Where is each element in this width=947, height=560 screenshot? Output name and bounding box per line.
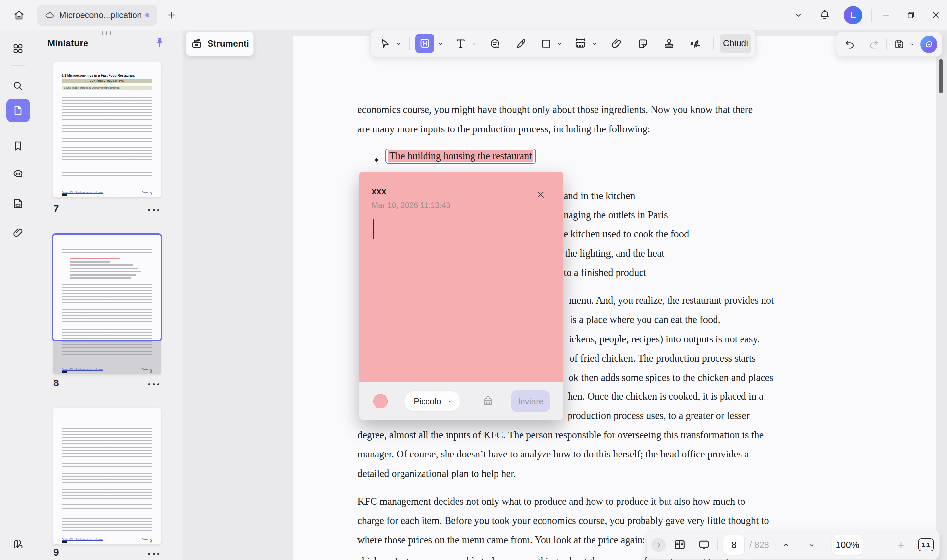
actual-size-button[interactable]: 1:1: [918, 538, 933, 551]
sidebar-item-thumbnails[interactable]: [6, 98, 30, 122]
thumbnail-menu-9[interactable]: [148, 553, 160, 555]
shape-tool-dropdown[interactable]: [555, 30, 565, 57]
thumbnail-page-7[interactable]: 1.1 Microeconomics in a Fast-Food Restau…: [53, 62, 161, 197]
close-icon: [535, 189, 546, 200]
thumb7-question: 1. What kinds of problems do we study in…: [62, 86, 152, 90]
measure-tool-dropdown[interactable]: [590, 30, 599, 57]
text-tool-button[interactable]: [453, 30, 468, 57]
chevron-down-icon: [909, 41, 915, 48]
document-text-line: is a place where you can eat the food.: [570, 314, 721, 326]
note-text-input[interactable]: [359, 215, 563, 379]
sidebar-item-attachments[interactable]: [6, 221, 30, 245]
note-close-button[interactable]: [532, 186, 549, 203]
home-icon: [13, 9, 25, 21]
thumbnail-label-8: 8: [53, 377, 59, 388]
highlight-tool-dropdown[interactable]: [436, 30, 445, 57]
paperclip-icon: [12, 227, 24, 238]
cursor-tool-button[interactable]: [378, 30, 392, 57]
comments-icon: [12, 168, 24, 180]
title-bar: Microecono...plications L: [0, 0, 947, 30]
document-text-line: production process uses, to a greater or…: [568, 410, 750, 422]
tab-title: Microecono...plications: [59, 10, 141, 20]
previous-page-button[interactable]: [778, 530, 794, 560]
thumbnail-menu-7[interactable]: [148, 209, 160, 211]
left-sidebar: [0, 30, 36, 560]
panel-drag-handle[interactable]: [101, 31, 112, 37]
square-icon: [540, 38, 552, 50]
presentation-mode-button[interactable]: [695, 530, 713, 560]
thumb7-objective: LEARNING OBJECTIVE: [62, 78, 152, 83]
sticker-tool-button[interactable]: [634, 30, 651, 57]
note-send-button-disabled[interactable]: Inviare: [511, 391, 550, 412]
new-tab-button[interactable]: [165, 8, 179, 22]
minimize-icon: [881, 10, 891, 20]
sidebar-item-forms[interactable]: [6, 192, 30, 215]
plus-icon: [166, 10, 177, 20]
measure-tool-button[interactable]: [573, 30, 588, 57]
highlight-tool-button-active[interactable]: [415, 34, 434, 53]
redo-button-disabled[interactable]: [865, 32, 882, 57]
stamp-tool-button[interactable]: [661, 30, 678, 57]
attachment-tool-button[interactable]: [608, 30, 625, 57]
close-window-button[interactable]: [929, 8, 943, 22]
chevron-down-icon: [395, 40, 402, 47]
sidebar-item-bookmarks[interactable]: [6, 134, 30, 158]
close-toolbar-button[interactable]: Chiudi: [720, 34, 751, 53]
undo-button[interactable]: [841, 32, 859, 57]
zoom-in-button[interactable]: [893, 530, 909, 560]
text-tool-icon: [454, 37, 467, 50]
chevron-down-icon: [807, 541, 816, 549]
note-size-select[interactable]: Piccolo: [404, 391, 461, 412]
save-dropdown[interactable]: [907, 32, 916, 57]
collapse-bar-button[interactable]: [651, 538, 666, 552]
chevron-up-icon: [782, 541, 790, 549]
restore-button[interactable]: [904, 8, 918, 22]
comment-tool-button[interactable]: [486, 30, 504, 57]
pin-panel-button[interactable]: [152, 35, 168, 51]
chevron-down-icon: [471, 40, 477, 47]
thumb-footer-org: Saylor.org: [142, 191, 152, 193]
next-page-button[interactable]: [803, 530, 820, 560]
document-tab[interactable]: Microecono...plications: [37, 5, 157, 26]
ai-assistant-button[interactable]: [920, 36, 938, 53]
zoom-out-button[interactable]: [868, 530, 884, 560]
sidebar-item-search[interactable]: [6, 74, 30, 98]
text-tool-dropdown[interactable]: [469, 30, 479, 57]
shape-tool-button[interactable]: [539, 30, 553, 57]
cursor-tool-dropdown[interactable]: [394, 30, 403, 57]
chevron-down-icon: [793, 10, 803, 20]
highlight-icon: [419, 37, 431, 49]
document-text-line: naging the outlets in Paris: [564, 209, 668, 221]
minimize-button[interactable]: [879, 8, 893, 22]
home-button[interactable]: [10, 6, 28, 24]
ruler-icon: [574, 37, 587, 50]
save-button[interactable]: [891, 32, 908, 57]
page-number-input[interactable]: 8: [723, 535, 745, 555]
thumbnail-menu-8[interactable]: [148, 383, 160, 386]
sidebar-item-display-options[interactable]: [6, 532, 30, 556]
signature-tool-button[interactable]: [686, 30, 705, 57]
window-menu-button[interactable]: [790, 8, 806, 22]
page-layout-button[interactable]: [670, 530, 689, 560]
sidebar-item-apps[interactable]: [6, 37, 30, 60]
tools-menu-button[interactable]: Strumenti: [186, 32, 254, 56]
pen-tool-button[interactable]: [513, 30, 530, 57]
note-color-swatch[interactable]: [373, 394, 388, 409]
sidebar-item-comments[interactable]: [6, 162, 30, 186]
cursor-icon: [379, 38, 391, 50]
notifications-button[interactable]: [817, 7, 833, 23]
zoom-level-input[interactable]: 100%: [832, 535, 863, 555]
note-clear-button[interactable]: [478, 391, 498, 411]
vertical-scrollbar-thumb[interactable]: [939, 59, 943, 93]
document-text-line: of fried chicken. The production process…: [570, 352, 756, 364]
user-avatar[interactable]: L: [844, 6, 862, 24]
document-text-line: ok then adds some spices to the chicken …: [568, 372, 773, 383]
highlight-annotation-selected[interactable]: The building housing the restaurant: [385, 149, 536, 164]
note-send-label: Inviare: [518, 396, 544, 406]
toolbox-icon: [190, 37, 203, 50]
note-footer: Piccolo Inviare: [359, 382, 563, 420]
chevron-down-icon: [556, 40, 563, 47]
thumb7-heading: 1.1 Microeconomics in a Fast-Food Restau…: [62, 74, 152, 77]
thumbnail-page-8[interactable]: Saylor URL: http://www.saylor.org/books …: [53, 235, 161, 374]
thumbnail-page-9[interactable]: Saylor URL: http://www.saylor.org/books …: [53, 408, 161, 544]
